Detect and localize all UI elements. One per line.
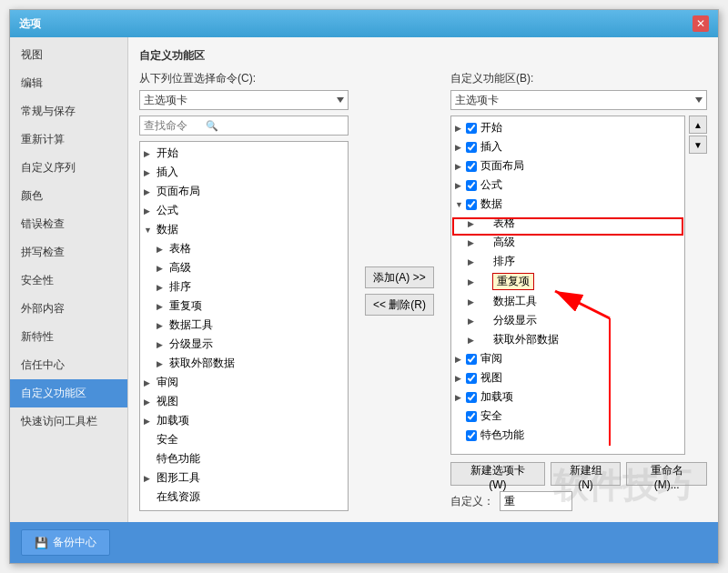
custom-input[interactable] xyxy=(500,491,572,511)
dialog-title: 选项 xyxy=(19,16,41,32)
right-tree-item[interactable]: ▶获取外部数据 xyxy=(451,330,684,349)
backup-button[interactable]: 💾 备份中心 xyxy=(21,529,110,556)
sidebar-item-error-check[interactable]: 错误检查 xyxy=(10,210,127,238)
left-tree-item[interactable]: ▶开始 xyxy=(140,144,348,163)
section-title: 自定义功能区 xyxy=(139,48,707,64)
left-dropdown-row: 主选项卡 xyxy=(139,90,349,110)
left-tree-item[interactable]: ▶重复项 xyxy=(140,297,348,316)
left-tree-item[interactable]: 特色功能 xyxy=(140,449,348,468)
sidebar-item-edit[interactable]: 编辑 xyxy=(10,69,127,97)
backup-icon: 💾 xyxy=(35,537,48,549)
sidebar-item-view[interactable]: 视图 xyxy=(10,41,127,69)
sidebar-item-security[interactable]: 安全性 xyxy=(10,266,127,295)
left-panel-label: 从下列位置选择命令(C): xyxy=(139,71,349,86)
sidebar-item-customize[interactable]: 自定义功能区 xyxy=(10,379,127,407)
right-tree-item[interactable]: ▶页面布局 xyxy=(451,156,684,176)
scroll-down-button[interactable]: ▼ xyxy=(689,136,707,154)
right-tree-item[interactable]: ▶数据工具 xyxy=(451,292,684,311)
backup-label: 备份中心 xyxy=(53,535,96,550)
sidebar-item-trust[interactable]: 信任中心 xyxy=(10,351,127,379)
sidebar-item-quick-access[interactable]: 快速访问工具栏 xyxy=(10,407,127,436)
search-box: 🔍 xyxy=(139,116,349,136)
left-tree-item[interactable]: ▶审阅 xyxy=(140,373,348,392)
right-tree-item[interactable]: ▶插入 xyxy=(451,137,684,156)
dialog-body: 视图 编辑 常规与保存 重新计算 自定义序列 颜色 错误检查 拼写检查 安全性 … xyxy=(10,37,718,522)
left-tree-item[interactable]: ▶表格 xyxy=(140,239,348,258)
search-row: 🔍 xyxy=(139,116,349,136)
footer: 💾 备份中心 xyxy=(10,522,718,563)
left-tree-item[interactable]: ▶排序 xyxy=(140,277,348,297)
custom-row: 自定义： xyxy=(450,491,707,511)
custom-label: 自定义： xyxy=(450,494,494,509)
sidebar-item-spell[interactable]: 拼写检查 xyxy=(10,238,127,266)
right-tree-item[interactable]: ▶公式 xyxy=(451,176,684,195)
close-button[interactable]: ✕ xyxy=(693,15,709,32)
right-tree-item[interactable]: ▶加载项 xyxy=(451,387,684,407)
left-tree-item[interactable]: 智能工具箱 xyxy=(140,507,348,511)
search-icon: 🔍 xyxy=(206,120,218,132)
search-input[interactable] xyxy=(144,119,206,132)
sidebar-item-custom-seq[interactable]: 自定义序列 xyxy=(10,154,127,182)
left-tree-item[interactable]: ▶页面布局 xyxy=(140,182,348,201)
left-dropdown[interactable]: 主选项卡 xyxy=(139,90,349,110)
left-tree-item[interactable]: 在线资源 xyxy=(140,488,348,507)
main-content: 自定义功能区 从下列位置选择命令(C): 主选项卡 xyxy=(128,37,718,522)
sidebar-item-color[interactable]: 颜色 xyxy=(10,182,127,210)
new-tab-button[interactable]: 新建选项卡(W) xyxy=(450,462,545,486)
left-tree-item[interactable]: ▶公式 xyxy=(140,201,348,220)
right-tree-list[interactable]: ▶开始▶插入▶页面布局▶公式▼数据▶表格▶高级▶排序▶重复项▶数据工具▶分级显示… xyxy=(450,116,685,455)
scroll-buttons: ▲ ▼ xyxy=(689,116,707,455)
right-tree-item[interactable]: ▶表格 xyxy=(451,214,684,233)
sidebar-item-recalc[interactable]: 重新计算 xyxy=(10,126,127,154)
left-tree-item[interactable]: ▶图形工具 xyxy=(140,468,348,488)
right-tree-item[interactable]: 特色功能 xyxy=(451,426,684,445)
right-tree-item[interactable]: ▼数据 xyxy=(451,195,684,214)
sidebar: 视图 编辑 常规与保存 重新计算 自定义序列 颜色 错误检查 拼写检查 安全性 … xyxy=(10,37,128,522)
left-tree-item[interactable]: ▼数据 xyxy=(140,220,348,239)
right-tree-item[interactable]: ▶高级 xyxy=(451,233,684,252)
middle-buttons: 添加(A) >> << 删除(R) xyxy=(358,71,441,511)
bottom-action-row: 新建选项卡(W) 新建组(N) 重命名(M)... xyxy=(450,462,707,486)
sidebar-item-new-features[interactable]: 新特性 xyxy=(10,323,127,351)
right-panel-label: 自定义功能区(B): xyxy=(450,71,707,86)
right-tree-item[interactable]: ▶排序 xyxy=(451,252,684,271)
right-tree-item[interactable]: ▶开始 xyxy=(451,118,684,137)
left-tree-item[interactable]: ▶获取外部数据 xyxy=(140,354,348,373)
rename-button[interactable]: 重命名(M)... xyxy=(626,462,707,486)
right-dropdown-row: 主选项卡 xyxy=(450,90,707,110)
right-list-wrapper: ▶开始▶插入▶页面布局▶公式▼数据▶表格▶高级▶排序▶重复项▶数据工具▶分级显示… xyxy=(450,116,685,455)
add-button[interactable]: 添加(A) >> xyxy=(365,266,434,288)
left-tree-item[interactable]: 安全 xyxy=(140,430,348,449)
left-tree-item[interactable]: ▶视图 xyxy=(140,392,348,411)
left-tree-item[interactable]: ▶加载项 xyxy=(140,411,348,430)
sidebar-item-general[interactable]: 常规与保存 xyxy=(10,97,127,126)
right-tree-item[interactable]: 安全 xyxy=(451,407,684,426)
new-group-button[interactable]: 新建组(N) xyxy=(551,462,622,486)
content-row: 从下列位置选择命令(C): 主选项卡 🔍 xyxy=(139,71,707,511)
right-tree-item[interactable]: ▶重复项 xyxy=(451,271,684,292)
sidebar-item-external[interactable]: 外部内容 xyxy=(10,295,127,323)
scroll-up-button[interactable]: ▲ xyxy=(689,116,707,134)
left-panel: 从下列位置选择命令(C): 主选项卡 🔍 xyxy=(139,71,349,511)
right-dropdown[interactable]: 主选项卡 xyxy=(450,90,707,110)
right-tree-item[interactable]: ▶分级显示 xyxy=(451,311,684,330)
remove-button[interactable]: << 删除(R) xyxy=(365,294,434,316)
left-tree-list[interactable]: ▶开始▶插入▶页面布局▶公式▼数据▶表格▶高级▶排序▶重复项▶数据工具▶分级显示… xyxy=(139,141,349,511)
right-tree-item[interactable]: ▶审阅 xyxy=(451,349,684,368)
right-content-row: ▶开始▶插入▶页面布局▶公式▼数据▶表格▶高级▶排序▶重复项▶数据工具▶分级显示… xyxy=(450,116,707,455)
right-tree-item[interactable]: ▶视图 xyxy=(451,368,684,387)
left-tree-item[interactable]: ▶数据工具 xyxy=(140,316,348,335)
right-panel: 自定义功能区(B): 主选项卡 ▶开始▶插入▶页面布局▶公式▼数据▶表格▶高级▶… xyxy=(450,71,707,511)
left-tree-item[interactable]: ▶高级 xyxy=(140,258,348,277)
title-bar: 选项 ✕ xyxy=(10,10,718,37)
left-tree-item[interactable]: ▶分级显示 xyxy=(140,335,348,354)
left-tree-item[interactable]: ▶插入 xyxy=(140,163,348,182)
